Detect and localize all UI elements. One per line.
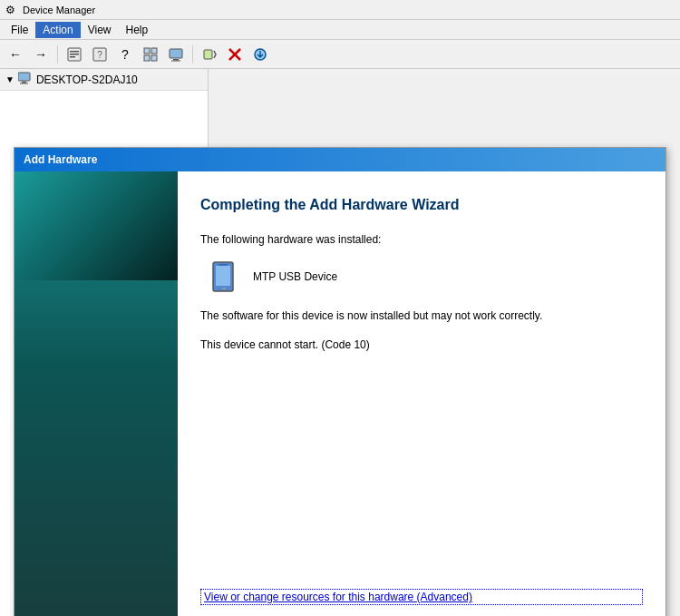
- svg-rect-19: [20, 83, 28, 84]
- svg-rect-9: [151, 55, 157, 61]
- menu-action[interactable]: Action: [35, 22, 80, 38]
- dialog-body: Completing the Add Hardware Wizard The f…: [15, 171, 665, 616]
- svg-rect-11: [173, 59, 179, 61]
- svg-rect-3: [70, 56, 75, 58]
- tree-root-label: DESKTOP-S2DAJ10: [36, 73, 138, 86]
- dialog-overlay: Add Hardware Completing the Add Hardware…: [0, 138, 680, 616]
- device-icon: [209, 260, 242, 293]
- svg-rect-18: [22, 82, 26, 83]
- advanced-link[interactable]: View or change resources for this hardwa…: [200, 589, 643, 605]
- add-hardware-dialog: Add Hardware Completing the Add Hardware…: [14, 147, 666, 616]
- svg-rect-12: [171, 60, 180, 61]
- svg-rect-6: [144, 48, 150, 54]
- properties-btn[interactable]: [63, 43, 86, 66]
- title-bar: ⚙ Device Manager: [0, 0, 680, 20]
- svg-rect-21: [216, 266, 230, 286]
- dialog-sidebar-graphic: [15, 171, 178, 280]
- svg-rect-1: [70, 51, 79, 53]
- forward-btn[interactable]: →: [29, 43, 53, 66]
- svg-rect-10: [170, 49, 182, 58]
- svg-rect-17: [18, 73, 30, 81]
- wizard-title: Completing the Add Hardware Wizard: [200, 197, 643, 213]
- svg-rect-8: [144, 55, 150, 61]
- dialog-title: Add Hardware: [24, 153, 97, 166]
- help-btn[interactable]: ?: [88, 43, 112, 66]
- tree-chevron: ▼: [5, 74, 15, 84]
- back-btn[interactable]: ←: [4, 43, 27, 66]
- installed-label: The following hardware was installed:: [200, 231, 643, 248]
- app-icon: ⚙: [5, 4, 18, 16]
- device-row: MTP USB Device: [209, 260, 643, 293]
- menu-file[interactable]: File: [4, 22, 35, 38]
- status-text-2: This device cannot start. (Code 10): [200, 337, 643, 353]
- computer-btn[interactable]: [164, 43, 188, 66]
- main-area: ▼ DESKTOP-S2DAJ10 Add Hardware: [0, 69, 680, 616]
- view-btn[interactable]: [139, 43, 162, 66]
- menu-help[interactable]: Help: [119, 22, 156, 38]
- svg-rect-23: [219, 264, 228, 266]
- svg-text:?: ?: [97, 50, 102, 60]
- device-name: MTP USB Device: [253, 270, 337, 283]
- computer-tree-icon: [18, 72, 33, 87]
- dialog-content: Completing the Add Hardware Wizard The f…: [178, 171, 665, 616]
- svg-rect-13: [204, 50, 212, 59]
- dialog-title-bar: Add Hardware: [15, 148, 665, 171]
- toolbar-sep-1: [57, 45, 58, 64]
- toolbar: ← → ? ?: [0, 40, 680, 69]
- dialog-sidebar: [15, 171, 178, 616]
- toolbar-sep-2: [192, 45, 193, 64]
- svg-rect-7: [151, 48, 157, 54]
- svg-rect-2: [70, 54, 79, 55]
- update-btn[interactable]: [248, 43, 272, 66]
- status-text-1: The software for this device is now inst…: [200, 308, 643, 324]
- menu-bar: File Action View Help: [0, 20, 680, 40]
- tree-root-node[interactable]: ▼ DESKTOP-S2DAJ10: [0, 69, 208, 91]
- title-bar-text: Device Manager: [23, 5, 95, 15]
- menu-view[interactable]: View: [81, 22, 119, 38]
- svg-rect-22: [222, 288, 226, 289]
- help2-btn[interactable]: ?: [113, 43, 137, 66]
- remove-btn[interactable]: [223, 43, 247, 66]
- scan-btn[interactable]: [198, 43, 221, 66]
